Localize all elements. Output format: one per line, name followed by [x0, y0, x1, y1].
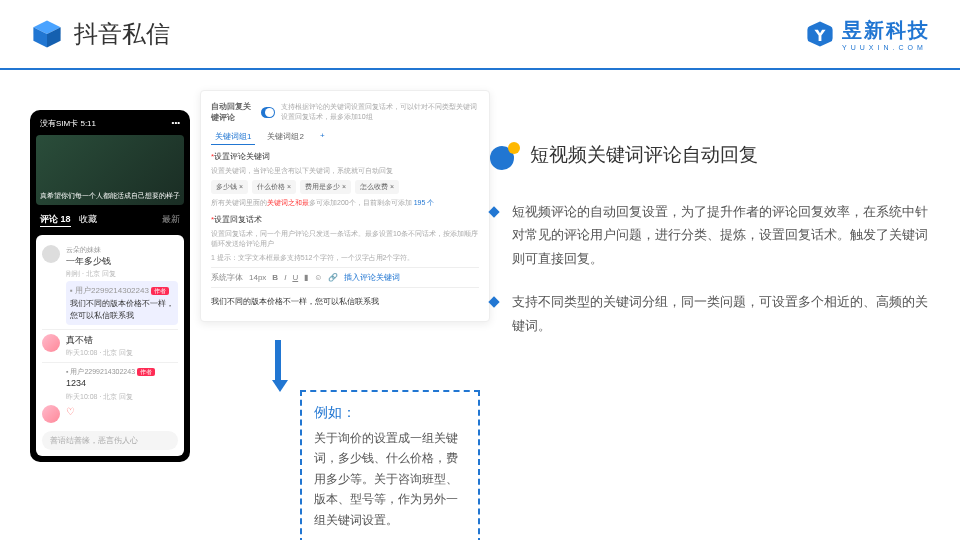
bullet-item: 支持不同类型的关键词分组，同一类问题，可设置多个相近的、高频的关键词。: [490, 290, 930, 337]
illustration-column: 自动回复关键评论 支持根据评论的关键词设置回复话术，可以针对不同类型关键词设置回…: [30, 90, 460, 510]
section-header: 短视频关键词评论自动回复: [490, 140, 930, 170]
link-icon[interactable]: 🔗: [328, 273, 338, 282]
comment-item: 真不错 昨天10:08 · 北京 回复: [42, 330, 178, 363]
bullet-item: 短视频评论的自动回复设置，为了提升作者的评论回复效率，在系统中针对常见的评论用户…: [490, 200, 930, 270]
settings-panel-screenshot: 自动回复关键评论 支持根据评论的关键词设置回复话术，可以针对不同类型关键词设置回…: [200, 90, 490, 322]
description-column: 短视频关键词评论自动回复 短视频评论的自动回复设置，为了提升作者的评论回复效率，…: [490, 90, 930, 510]
font-select[interactable]: 系统字体: [211, 272, 243, 283]
tab-sort[interactable]: 最新: [162, 213, 180, 227]
reply-section-label: 设置回复话术: [211, 214, 479, 225]
tab-group-2[interactable]: 关键词组2: [263, 129, 307, 145]
keyword-group-tabs: 关键词组1 关键词组2 +: [211, 129, 479, 145]
comment-text: 真不错: [66, 334, 178, 347]
comment-meta: 刚刚 · 北京 回复: [66, 269, 178, 279]
brand-text-stack: 昱新科技 YUUXIN.COM: [842, 17, 930, 51]
underline-icon[interactable]: U: [292, 273, 298, 282]
page-title: 抖音私信: [74, 18, 170, 50]
brand: 昱新科技 YUUXIN.COM: [806, 17, 930, 51]
keyword-count-note: 所有关键词里面的关键词之和最多可添加200个，目前剩余可添加 195 个: [211, 198, 479, 208]
toggle-label: 自动回复关键评论: [211, 101, 255, 123]
comments-list: 云朵的妹妹 一年多少钱 刚刚 · 北京 回复 ▪ 用户2299214302243…: [36, 235, 184, 456]
avatar: [42, 334, 60, 352]
chip[interactable]: 什么价格 ×: [252, 180, 296, 194]
bullet-text: 短视频评论的自动回复设置，为了提升作者的评论回复效率，在系统中针对常见的评论用户…: [512, 200, 930, 270]
keyword-hint: 设置关键词，当评论里含有以下关键词，系统就可自动回复: [211, 166, 479, 176]
comment-item: 云朵的妹妹 一年多少钱 刚刚 · 北京 回复 ▪ 用户2299214302243…: [42, 241, 178, 330]
brand-sub: YUUXIN.COM: [842, 44, 927, 51]
comment-item: ♡: [42, 405, 178, 427]
avatar: [42, 405, 60, 423]
editor-content[interactable]: 我们不同的版本价格不一样，您可以私信联系我: [211, 292, 479, 311]
page-header: 抖音私信 昱新科技 YUUXIN.COM: [0, 0, 960, 70]
size-select[interactable]: 14px: [249, 273, 266, 282]
video-thumbnail: 真希望你们每一个人都能活成自己想要的样子: [36, 135, 184, 205]
toggle-hint: 支持根据评论的关键词设置回复话术，可以针对不同类型关键词设置回复话术，最多添加1…: [281, 102, 479, 122]
comment-item: ▪ 用户2299214302243 作者 1234 昨天10:08 · 北京 回…: [42, 363, 178, 405]
avatar: [42, 245, 60, 263]
tab-group-1[interactable]: 关键词组1: [211, 129, 255, 145]
brand-icon: [806, 20, 834, 48]
comment-tabs: 评论 18 收藏 最新: [36, 209, 184, 231]
reply-rule: 1 提示：文字文本框最多支持512个字符，一个汉字占用2个字符。: [211, 253, 479, 263]
comment-text: 一年多少钱: [66, 255, 178, 268]
insert-keyword-button[interactable]: 插入评论关键词: [344, 272, 400, 283]
phone-status-bar: 没有SIM卡 5:11•••: [36, 116, 184, 131]
editor-toolbar: 系统字体 14px B I U ▮ ☺ 🔗 插入评论关键词: [211, 267, 479, 288]
chip[interactable]: 多少钱 ×: [211, 180, 248, 194]
bold-icon[interactable]: B: [272, 273, 278, 282]
italic-icon[interactable]: I: [284, 273, 286, 282]
author-reply: ▪ 用户2299214302243 作者 我们不同的版本价格不一样，您可以私信联…: [66, 281, 178, 325]
author-badge: 作者: [151, 287, 169, 295]
chat-bubble-icon: [490, 140, 520, 170]
reply-hint: 设置回复话术，同一个用户评论只发送一条话术。最多设置10条不同话术，按添加顺序循…: [211, 229, 479, 249]
color-icon[interactable]: ▮: [304, 273, 308, 282]
keyword-section-label: 设置评论关键词: [211, 151, 479, 162]
arrow-icon: [272, 340, 284, 390]
cube-icon: [30, 17, 64, 51]
example-body: 关于询价的设置成一组关键词，多少钱、什么价格，费用多少等。关于咨询班型、版本、型…: [314, 428, 466, 530]
diamond-icon: [488, 206, 499, 217]
like-icon[interactable]: ♡: [66, 406, 75, 417]
comment-text: 1234: [66, 377, 178, 390]
title-group: 抖音私信: [30, 17, 170, 51]
comment-input[interactable]: 善语结善缘，恶言伤人心: [42, 431, 178, 450]
tab-comments[interactable]: 评论 18: [40, 213, 71, 227]
bullet-text: 支持不同类型的关键词分组，同一类问题，可设置多个相近的、高频的关键词。: [512, 290, 930, 337]
chip[interactable]: 费用是多少 ×: [300, 180, 351, 194]
content: 自动回复关键评论 支持根据评论的关键词设置回复话术，可以针对不同类型关键词设置回…: [0, 70, 960, 530]
emoji-icon[interactable]: ☺: [314, 273, 322, 282]
add-group-button[interactable]: +: [316, 129, 329, 145]
tab-favorites[interactable]: 收藏: [79, 213, 97, 227]
diamond-icon: [488, 297, 499, 308]
author-badge: 作者: [137, 368, 155, 376]
comment-meta: 昨天10:08 · 北京 回复: [66, 392, 178, 402]
phone-screenshot: 没有SIM卡 5:11••• 真希望你们每一个人都能活成自己想要的样子 评论 1…: [30, 110, 190, 462]
chip[interactable]: 怎么收费 ×: [355, 180, 399, 194]
commenter-name: 云朵的妹妹: [66, 245, 178, 255]
toggle-switch[interactable]: [261, 107, 275, 118]
section-title: 短视频关键词评论自动回复: [530, 142, 758, 168]
keyword-chips: 多少钱 × 什么价格 × 费用是多少 × 怎么收费 ×: [211, 180, 479, 194]
example-title: 例如：: [314, 404, 466, 422]
comment-meta: 昨天10:08 · 北京 回复: [66, 348, 178, 358]
example-box: 例如： 关于询价的设置成一组关键词，多少钱、什么价格，费用多少等。关于咨询班型、…: [300, 390, 480, 540]
brand-name: 昱新科技: [842, 17, 930, 44]
